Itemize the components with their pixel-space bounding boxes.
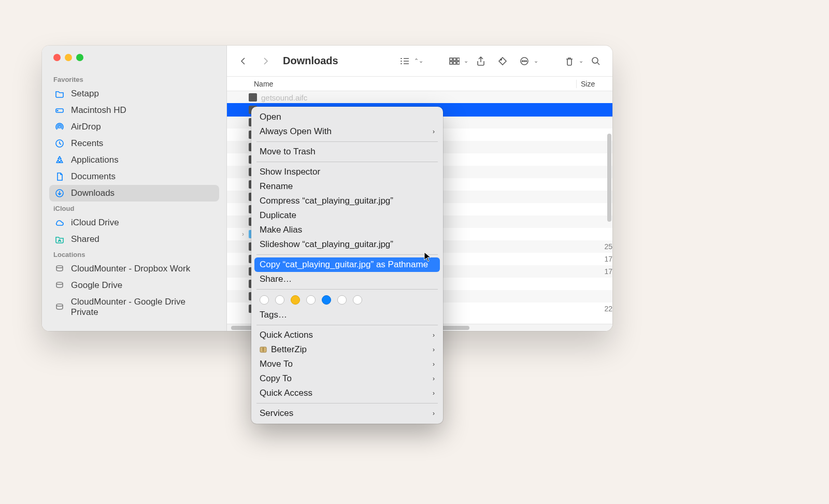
shared-folder-icon <box>54 234 65 244</box>
sidebar-item-shared[interactable]: Shared <box>49 231 219 248</box>
menu-item-copy-to[interactable]: Copy To› <box>254 371 440 386</box>
menu-item-label: Make Alias <box>260 225 435 235</box>
sidebar: FavoritesSetappMacintosh HDAirDropRecent… <box>42 46 227 331</box>
cloud-icon <box>54 218 65 228</box>
menu-item-rename[interactable]: Rename <box>254 179 440 194</box>
column-size[interactable]: Size <box>576 80 612 88</box>
clock-icon <box>54 138 65 149</box>
menu-separator <box>256 162 438 162</box>
sidebar-item-cloudmounter-google-drive-private[interactable]: CloudMounter - Google Drive Private <box>49 294 219 321</box>
menu-item-label: Copy To <box>260 373 433 384</box>
file-row[interactable]: getsound.aifc <box>227 91 612 104</box>
tag-yellow-button[interactable] <box>291 295 300 305</box>
svg-point-20 <box>592 57 598 63</box>
svg-rect-13 <box>453 62 456 64</box>
share-button[interactable] <box>471 52 490 70</box>
archive-icon <box>259 345 268 354</box>
svg-rect-9 <box>450 58 452 61</box>
sidebar-item-applications[interactable]: Applications <box>49 152 219 168</box>
sidebar-item-cloudmounter-dropbox-work[interactable]: CloudMounter - Dropbox Work <box>49 261 219 277</box>
menu-item-move-to-trash[interactable]: Move to Trash <box>254 145 440 159</box>
sidebar-item-label: Google Drive <box>71 280 122 291</box>
sidebar-item-airdrop[interactable]: AirDrop <box>49 119 219 135</box>
menu-item-slideshow-cat-playing-guitar-jpg-[interactable]: Slideshow “cat_playing_guitar.jpg” <box>254 237 440 252</box>
zoom-window-button[interactable] <box>76 54 83 61</box>
sidebar-item-documents[interactable]: Documents <box>49 168 219 185</box>
context-menu: OpenAlways Open With›Move to TrashShow I… <box>251 107 443 424</box>
search-button[interactable] <box>587 52 605 70</box>
menu-item-label: Slideshow “cat_playing_guitar.jpg” <box>260 239 435 250</box>
chevron-right-icon: › <box>433 390 435 397</box>
menu-separator <box>256 403 438 404</box>
minimize-window-button[interactable] <box>65 54 72 61</box>
menu-item-label: Quick Access <box>260 388 433 398</box>
svg-rect-11 <box>457 58 460 61</box>
menu-item-move-to[interactable]: Move To› <box>254 357 440 371</box>
vertical-scroll-thumb[interactable] <box>607 134 611 222</box>
tag-empty-button[interactable] <box>275 295 284 305</box>
menu-item-quick-actions[interactable]: Quick Actions› <box>254 328 440 342</box>
menu-separator <box>256 254 438 255</box>
menu-item-share-[interactable]: Share… <box>254 272 440 286</box>
menu-item-open[interactable]: Open <box>254 110 440 124</box>
tag-empty-button[interactable] <box>337 295 347 305</box>
menu-item-make-alias[interactable]: Make Alias <box>254 223 440 237</box>
menu-item-quick-access[interactable]: Quick Access› <box>254 386 440 400</box>
tag-blue-button[interactable] <box>322 295 331 305</box>
menu-separator <box>256 325 438 325</box>
menu-item-always-open-with[interactable]: Always Open With› <box>254 124 440 139</box>
close-window-button[interactable] <box>53 54 61 61</box>
chevron-right-icon: › <box>433 375 435 382</box>
back-button[interactable] <box>234 52 253 70</box>
sidebar-item-icloud-drive[interactable]: iCloud Drive <box>49 214 219 231</box>
sidebar-item-recents[interactable]: Recents <box>49 135 219 152</box>
sidebar-item-label: CloudMounter - Google Drive Private <box>71 297 214 318</box>
tags-button[interactable] <box>493 52 512 70</box>
menu-item-show-inspector[interactable]: Show Inspector <box>254 165 440 179</box>
mount-icon <box>54 280 65 291</box>
file-size: 17 <box>581 267 612 276</box>
sidebar-item-downloads[interactable]: Downloads <box>49 185 219 201</box>
menu-separator <box>256 289 438 290</box>
sidebar-item-label: AirDrop <box>71 122 101 132</box>
group-button[interactable] <box>445 52 464 70</box>
tag-empty-button[interactable] <box>306 295 316 305</box>
app-icon <box>54 155 65 165</box>
svg-point-18 <box>524 61 525 62</box>
trash-menu-chevron[interactable]: ⌄ <box>579 57 583 64</box>
menu-item-label: Move To <box>260 359 433 369</box>
view-mode-menu-chevron[interactable]: ⌃⌄ <box>414 57 423 64</box>
sidebar-item-setapp[interactable]: Setapp <box>49 85 219 102</box>
sidebar-item-google-drive[interactable]: Google Drive <box>49 277 219 294</box>
sidebar-item-label: CloudMounter - Dropbox Work <box>71 264 190 274</box>
trash-button[interactable] <box>560 52 579 70</box>
action-button[interactable] <box>515 52 534 70</box>
disclosure-triangle[interactable]: › <box>239 231 247 238</box>
chevron-right-icon: › <box>433 361 435 368</box>
svg-point-6 <box>56 266 63 268</box>
sidebar-item-macintosh-hd[interactable]: Macintosh HD <box>49 102 219 119</box>
menu-item-betterzip[interactable]: BetterZip› <box>254 342 440 357</box>
sidebar-item-label: Setapp <box>71 89 99 99</box>
view-mode-button[interactable] <box>395 52 414 70</box>
sidebar-item-label: iCloud Drive <box>71 218 119 228</box>
menu-item-tags-[interactable]: Tags… <box>254 308 440 322</box>
file-size: 17 <box>581 255 612 263</box>
menu-item-label: Rename <box>260 181 435 192</box>
group-menu-chevron[interactable]: ⌄ <box>464 57 468 64</box>
forward-button[interactable] <box>256 52 275 70</box>
chevron-right-icon: › <box>433 410 435 417</box>
svg-point-8 <box>56 304 63 306</box>
menu-item-label: Copy “cat_playing_guitar.jpg” as Pathnam… <box>260 260 435 270</box>
svg-rect-12 <box>450 62 452 64</box>
tag-empty-button[interactable] <box>353 295 362 305</box>
menu-item-compress-cat-playing-guitar-jpg-[interactable]: Compress “cat_playing_guitar.jpg” <box>254 194 440 208</box>
menu-item-services[interactable]: Services› <box>254 406 440 421</box>
menu-item-copy-cat-playing-guitar-jpg-as-pathname[interactable]: Copy “cat_playing_guitar.jpg” as Pathnam… <box>254 257 440 272</box>
action-menu-chevron[interactable]: ⌄ <box>534 57 538 64</box>
menu-item-duplicate[interactable]: Duplicate <box>254 208 440 223</box>
toolbar: Downloads ⌃⌄ ⌄ ⌄ <box>227 46 612 77</box>
tag-empty-button[interactable] <box>260 295 269 305</box>
sidebar-item-label: Downloads <box>71 188 115 198</box>
column-name[interactable]: Name <box>254 80 576 88</box>
